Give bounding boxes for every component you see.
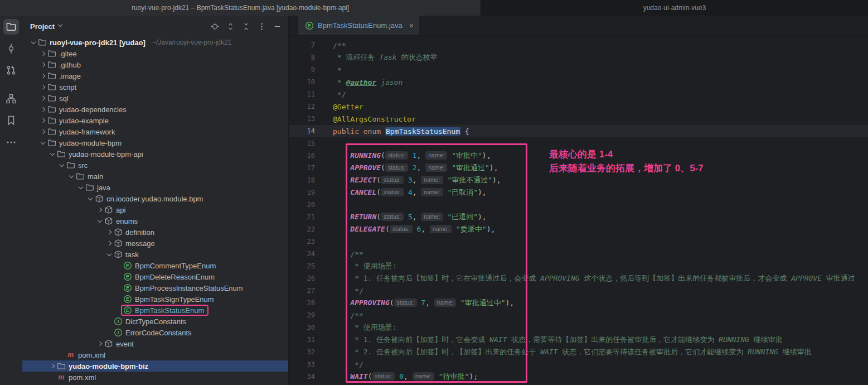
tree-item-yudao-dependencies[interactable]: yudao-dependencies bbox=[22, 104, 288, 115]
chevron-open-icon[interactable] bbox=[29, 37, 38, 48]
tree-item-cn-iocoder-yudao-module-bpm[interactable]: cn.iocoder.yudao.module.bpm bbox=[22, 193, 288, 204]
tree-item-bpmdeletereasonenum[interactable]: EBpmDeleteReasonEnum bbox=[22, 271, 288, 282]
chevron-closed-icon[interactable] bbox=[95, 338, 104, 349]
code-token: 3 bbox=[408, 176, 413, 184]
options-icon[interactable] bbox=[258, 22, 266, 31]
project-icon[interactable] bbox=[3, 19, 19, 35]
code-token: 0 bbox=[399, 372, 404, 381]
chevron-closed-icon[interactable] bbox=[38, 70, 47, 81]
tree-item-label: api bbox=[116, 206, 125, 214]
tree-item-label: BpmTaskStatusEnum bbox=[135, 306, 204, 315]
chevron-open-icon[interactable] bbox=[57, 160, 66, 171]
inlay-hint: name: bbox=[434, 299, 456, 307]
tree-item-yudao-module-bpm[interactable]: yudao-module-bpm bbox=[22, 137, 288, 148]
chevron-open-icon[interactable] bbox=[67, 171, 76, 182]
tree-item-body: yudao-example bbox=[47, 115, 109, 126]
code-token bbox=[447, 151, 452, 160]
tree-item-dicttypeconstants[interactable]: IDictTypeConstants bbox=[22, 316, 288, 327]
chevron-spacer bbox=[105, 316, 114, 327]
locate-icon[interactable] bbox=[211, 22, 219, 31]
chevron-open-icon[interactable] bbox=[48, 148, 57, 160]
tree-item-errorcodeconstants[interactable]: IErrorCodeConstants bbox=[22, 327, 288, 338]
line-number: 7 bbox=[289, 41, 315, 49]
tree-item-label: .github bbox=[59, 61, 81, 69]
tree-item-task[interactable]: task bbox=[22, 249, 288, 260]
tree-item-bpmtaskstatusenum[interactable]: EBpmTaskStatusEnum bbox=[22, 305, 288, 316]
line-number: 14 bbox=[289, 127, 315, 135]
tree-item-yudao-framework[interactable]: yudao-framework bbox=[22, 126, 288, 137]
tree-item-image[interactable]: .image bbox=[22, 70, 288, 81]
tree-item-body: yudao-dependencies bbox=[47, 104, 127, 115]
chevron-closed-icon[interactable] bbox=[105, 238, 114, 249]
code-token: 状态，需要等待【加签】出来的任务被审批后，它才能继续变为 bbox=[507, 335, 719, 344]
tree-item-pom-xml[interactable]: mpom.xml bbox=[22, 372, 288, 383]
tree-item-label: DictTypeConstants bbox=[125, 317, 186, 326]
tree-item-main[interactable]: main bbox=[22, 171, 288, 182]
chevron-closed-icon[interactable] bbox=[38, 48, 47, 59]
tree-item-yudao-module-bpm-biz[interactable]: yudao-module-bpm-biz bbox=[22, 360, 288, 372]
tree-item-yudao-example[interactable]: yudao-example bbox=[22, 115, 288, 126]
chevron-closed-icon[interactable] bbox=[48, 360, 57, 372]
expand-all-icon[interactable] bbox=[226, 22, 235, 31]
collapse-all-icon[interactable] bbox=[242, 22, 250, 31]
tree-item-github[interactable]: .github bbox=[22, 59, 288, 70]
chevron-closed-icon[interactable] bbox=[38, 59, 47, 70]
tree-item-definition[interactable]: definition bbox=[22, 227, 288, 238]
pull-requests-icon[interactable] bbox=[3, 62, 19, 78]
line-number: 20 bbox=[289, 201, 315, 209]
tree-item-body: task bbox=[114, 249, 139, 260]
tree-item-api[interactable]: api bbox=[22, 204, 288, 215]
tree-item-body: EBpmDeleteReasonEnum bbox=[123, 271, 215, 282]
tree-item-java[interactable]: java bbox=[22, 182, 288, 193]
tree-item-body: .github bbox=[47, 59, 81, 70]
tree-item-event[interactable]: event bbox=[22, 338, 288, 349]
tree-item-bpmtasksigntypeenum[interactable]: EBpmTaskSignTypeEnum bbox=[22, 293, 288, 305]
tree-item-yudao-module-bpm-api[interactable]: yudao-module-bpm-api bbox=[22, 148, 288, 160]
chevron-closed-icon[interactable] bbox=[95, 204, 104, 215]
chevron-open-icon[interactable] bbox=[38, 137, 47, 148]
tree-item-label: enums bbox=[116, 217, 138, 225]
chevron-closed-icon[interactable] bbox=[38, 115, 47, 126]
tree-item-sql[interactable]: sql bbox=[22, 93, 288, 104]
tree-item-label: yudao-example bbox=[59, 117, 109, 125]
structure-icon[interactable] bbox=[3, 91, 19, 107]
tree-item-enums[interactable]: enums bbox=[22, 215, 288, 227]
window-title-secondary-text: yudao-ui-admin-vue3 bbox=[643, 4, 706, 12]
editor-tab-bpmtaskstatusenum[interactable]: E BpmTaskStatusEnum.java × bbox=[298, 16, 419, 35]
code-line-19: 19 CANCEL(status: 4, name: "已取消"), bbox=[289, 186, 868, 199]
chevron-open-icon[interactable] bbox=[86, 193, 95, 204]
chevron-closed-icon[interactable] bbox=[38, 126, 47, 137]
tree-item-message[interactable]: message bbox=[22, 238, 288, 249]
hide-icon[interactable] bbox=[273, 22, 282, 31]
chevron-open-icon[interactable] bbox=[105, 249, 114, 260]
chevron-closed-icon[interactable] bbox=[38, 81, 47, 93]
code-line-10: 10 * @author jason bbox=[289, 76, 868, 88]
enum-icon: E bbox=[123, 295, 132, 304]
code-editor[interactable]: 7/**8 * 流程任务 Task 的状态枚举9 *10 * @author j… bbox=[289, 36, 868, 385]
tree-item-ruoyi-vue-pro-jdk21-yudao[interactable]: ruoyi-vue-pro-jdk21 [yudao]~/Java/ruoyi-… bbox=[22, 37, 288, 48]
chevron-open-icon[interactable] bbox=[76, 182, 85, 193]
code-token: CANCEL bbox=[333, 188, 376, 196]
svg-text:E: E bbox=[126, 263, 129, 268]
chevron-closed-icon[interactable] bbox=[105, 227, 114, 238]
tree-item-src[interactable]: src bbox=[22, 160, 288, 171]
chevron-closed-icon[interactable] bbox=[38, 104, 47, 115]
tree-item-bpmprocessinstancestatusenum[interactable]: EBpmProcessInstanceStatusEnum bbox=[22, 282, 288, 293]
chevron-closed-icon[interactable] bbox=[38, 93, 47, 104]
project-dropdown[interactable]: Project bbox=[30, 22, 63, 31]
chevron-open-icon[interactable] bbox=[95, 215, 104, 227]
window-title-main-text: ruoyi-vue-pro-jdk21 – BpmTaskStatusEnum.… bbox=[132, 4, 349, 12]
commit-icon[interactable] bbox=[3, 41, 19, 56]
code-token: , bbox=[413, 176, 421, 184]
code-line-text: /** bbox=[333, 250, 363, 258]
tree-item-gitee[interactable]: .gitee bbox=[22, 48, 288, 59]
more-icon[interactable] bbox=[3, 134, 19, 150]
tab-close-icon[interactable]: × bbox=[409, 21, 414, 30]
code-token: "已取消" bbox=[447, 188, 478, 196]
tree-item-pom-xml[interactable]: mpom.xml bbox=[22, 349, 288, 360]
tree-item-label: src bbox=[78, 161, 88, 170]
code-token bbox=[456, 299, 460, 307]
tree-item-bpmcommenttypeenum[interactable]: EBpmCommentTypeEnum bbox=[22, 260, 288, 271]
tree-item-script[interactable]: script bbox=[22, 81, 288, 93]
bookmarks-icon[interactable] bbox=[3, 113, 19, 128]
